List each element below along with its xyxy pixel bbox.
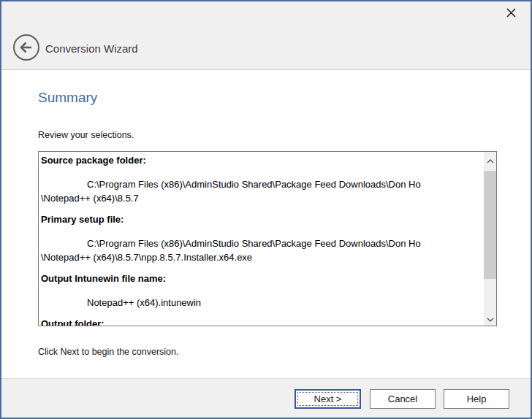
summary-line: C:\Program Files (x86)\AdminStudio Share…: [41, 177, 482, 191]
summary-line: Source package folder:: [41, 153, 482, 167]
chevron-up-icon: [487, 153, 494, 166]
cancel-button[interactable]: Cancel: [370, 389, 436, 409]
summary-line: \Notepad++ (x64)\8.5.7: [41, 191, 482, 205]
scroll-down-button[interactable]: [484, 312, 496, 324]
summary-line: Notepad++ (x64).intunewin: [41, 296, 482, 310]
back-arrow-icon: [12, 34, 40, 64]
back-button[interactable]: [12, 35, 40, 63]
wizard-title: Conversion Wizard: [45, 42, 138, 55]
wizard-header: Conversion Wizard: [1, 1, 531, 70]
summary-box[interactable]: Source package folder:C:\Program Files (…: [38, 151, 497, 326]
summary-line: Primary setup file:: [41, 212, 482, 226]
summary-line: Output folder:: [41, 317, 482, 326]
summary-box-content: Source package folder:C:\Program Files (…: [39, 152, 484, 326]
conversion-wizard-dialog: Conversion Wizard Summary Review your se…: [0, 0, 532, 419]
page-heading: Summary: [38, 90, 97, 106]
summary-line: Output Intunewin file name:: [41, 272, 482, 285]
summary-line: \Notepad++ (x64)\8.5.7\npp.8.5.7.Install…: [41, 250, 482, 264]
instruction-text: Review your selections.: [38, 130, 134, 140]
next-button[interactable]: Next >: [294, 389, 361, 409]
hint-text: Click Next to begin the conversion.: [38, 347, 178, 357]
scrollbar-thumb[interactable]: [484, 171, 496, 279]
help-button[interactable]: Help: [444, 389, 509, 409]
button-bar: Next > Cancel Help: [1, 378, 531, 418]
close-button[interactable]: [501, 4, 520, 23]
vertical-scrollbar[interactable]: [484, 152, 496, 326]
scroll-up-button[interactable]: [484, 153, 496, 166]
close-icon: [506, 7, 517, 21]
chevron-down-icon: [487, 312, 494, 325]
summary-line: C:\Program Files (x86)\AdminStudio Share…: [41, 237, 482, 250]
